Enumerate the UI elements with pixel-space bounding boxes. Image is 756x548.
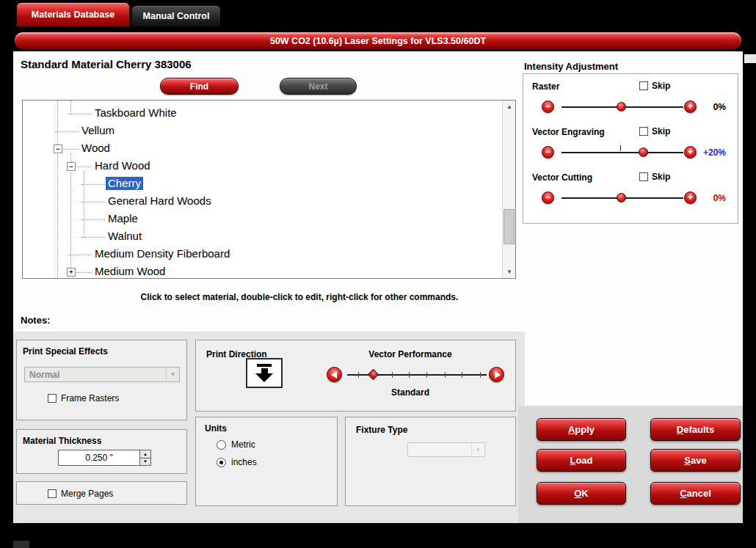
radio-circle[interactable] bbox=[217, 440, 226, 450]
row-label: Raster bbox=[532, 81, 559, 92]
next-button[interactable]: Next bbox=[280, 78, 357, 95]
collapse-icon[interactable]: − bbox=[67, 162, 76, 171]
banner-title: 50W CO2 (10.6µ) Laser Settings for VLS3.… bbox=[270, 36, 486, 46]
raster-skip-checkbox[interactable]: Skip bbox=[639, 81, 670, 91]
decrease-button[interactable]: − bbox=[542, 191, 554, 204]
tree-item[interactable]: Walnut bbox=[23, 228, 501, 246]
print-direction-down-button[interactable] bbox=[246, 358, 283, 388]
engraving-skip-checkbox[interactable]: Skip bbox=[639, 126, 670, 136]
tree-item[interactable]: Medium Density Fiberboard bbox=[23, 246, 501, 263]
slider-tick bbox=[462, 372, 462, 378]
checkbox-box[interactable] bbox=[48, 394, 57, 403]
tree-item[interactable]: − Wood bbox=[23, 140, 501, 158]
scroll-up-icon[interactable]: ▲ bbox=[503, 101, 516, 113]
slider-thumb[interactable] bbox=[617, 102, 626, 112]
raster-intensity-value: 0% bbox=[697, 102, 726, 112]
tree-item[interactable]: Taskboard White bbox=[23, 105, 501, 123]
laser-settings-banner: 50W CO2 (10.6µ) Laser Settings for VLS3.… bbox=[13, 31, 743, 51]
radio-metric[interactable]: Metric bbox=[217, 439, 255, 450]
performance-decrease-button[interactable] bbox=[327, 367, 342, 382]
button-label: Save bbox=[651, 450, 740, 471]
intensity-adjustment-title: Intensity Adjustment bbox=[524, 61, 618, 72]
tree-item[interactable]: + Medium Wood bbox=[23, 263, 501, 279]
vector-engraving-intensity-row: Vector Engraving Skip − + +20% bbox=[523, 124, 738, 169]
down-arrow-icon bbox=[261, 368, 268, 373]
slider-tick bbox=[480, 372, 481, 378]
checkbox-label: Merge Pages bbox=[61, 489, 113, 499]
checkbox-box[interactable] bbox=[639, 81, 648, 90]
tree-item-label: Medium Density Fiberboard bbox=[95, 247, 230, 260]
tree-item-selected[interactable]: Cherry bbox=[23, 175, 501, 193]
fixture-type-dropdown[interactable]: ▼ bbox=[407, 442, 485, 457]
find-button[interactable]: Find bbox=[160, 78, 239, 95]
load-button[interactable]: Load bbox=[537, 449, 626, 472]
tree-item[interactable]: − Hard Wood bbox=[23, 158, 501, 175]
frame-rasters-checkbox[interactable]: Frame Rasters bbox=[48, 393, 119, 403]
vector-performance-title: Vector Performance bbox=[322, 349, 498, 359]
performance-slider-track[interactable] bbox=[347, 374, 487, 376]
cutting-intensity-value: 0% bbox=[697, 193, 726, 203]
step-down-icon[interactable]: ▼ bbox=[140, 459, 150, 466]
tree-item[interactable]: Maple bbox=[23, 211, 501, 228]
performance-increase-button[interactable] bbox=[489, 367, 504, 382]
slider-thumb[interactable] bbox=[639, 147, 648, 157]
increase-button[interactable]: + bbox=[684, 191, 697, 204]
expand-icon[interactable]: + bbox=[67, 268, 76, 277]
defaults-button[interactable]: Defaults bbox=[650, 418, 741, 441]
apply-button[interactable]: Apply bbox=[537, 418, 626, 441]
group-title: Material Thickness bbox=[23, 436, 101, 446]
checkbox-box[interactable] bbox=[639, 127, 648, 136]
save-button[interactable]: Save bbox=[650, 449, 741, 472]
increase-button[interactable]: + bbox=[684, 101, 697, 113]
collapse-icon[interactable]: − bbox=[54, 145, 62, 153]
materials-database-panel: Standard Material Cherry 383006 Find Nex… bbox=[13, 51, 743, 523]
scroll-down-icon[interactable]: ▼ bbox=[503, 266, 516, 278]
row-label: Vector Engraving bbox=[532, 127, 605, 137]
intensity-adjustment-panel: Raster Skip − + 0% Vector Engraving Skip bbox=[523, 73, 738, 224]
checkbox-box[interactable] bbox=[639, 172, 648, 181]
slider-tick bbox=[409, 372, 410, 378]
raster-slider-track[interactable] bbox=[561, 106, 683, 108]
fixture-type-group: Fixture Type ▼ bbox=[345, 417, 516, 506]
thickness-input[interactable]: 0.250 " bbox=[58, 450, 140, 466]
tree-scrollbar[interactable]: ▲ ▼ bbox=[502, 101, 515, 278]
engraving-slider-track[interactable] bbox=[561, 152, 683, 153]
performance-slider-thumb[interactable] bbox=[368, 369, 379, 381]
tab-materials-database[interactable]: Materials Database bbox=[16, 2, 130, 27]
tree-item-label: Hard Wood bbox=[95, 159, 150, 172]
button-label: OK bbox=[537, 483, 625, 504]
checkbox-box[interactable] bbox=[48, 489, 57, 498]
cutting-skip-checkbox[interactable]: Skip bbox=[639, 172, 670, 182]
tree-connector bbox=[81, 219, 105, 220]
tree-item-label: Medium Wood bbox=[95, 265, 165, 277]
decrease-button[interactable]: − bbox=[542, 146, 554, 158]
tree-item-label: Cherry bbox=[106, 177, 143, 190]
cancel-button[interactable]: Cancel bbox=[650, 482, 741, 505]
increase-button[interactable]: + bbox=[684, 146, 697, 158]
thickness-stepper[interactable]: ▲ ▼ bbox=[140, 450, 151, 466]
tree-item[interactable]: Vellum bbox=[23, 123, 501, 140]
chevron-down-icon: ▼ bbox=[166, 368, 179, 381]
slider-thumb[interactable] bbox=[617, 193, 626, 202]
window-edge-fragment bbox=[744, 54, 756, 63]
down-arrow-icon bbox=[255, 373, 273, 382]
decrease-button[interactable]: − bbox=[542, 101, 554, 113]
cutting-slider-track[interactable] bbox=[561, 197, 683, 199]
radio-circle-selected[interactable] bbox=[217, 458, 226, 467]
step-up-icon[interactable]: ▲ bbox=[140, 450, 150, 459]
special-effects-dropdown[interactable]: Normal ▼ bbox=[24, 367, 180, 382]
tree-connector bbox=[68, 255, 92, 255]
tree-item-label: Walnut bbox=[108, 230, 142, 242]
radio-inches[interactable]: inches bbox=[217, 457, 257, 467]
tree-item[interactable]: General Hard Woods bbox=[23, 193, 501, 211]
selected-material-title: Standard Material Cherry 383006 bbox=[21, 58, 192, 70]
ok-button[interactable]: OK bbox=[537, 482, 626, 505]
default-position-tick bbox=[620, 145, 621, 151]
dropdown-value: Normal bbox=[25, 368, 166, 381]
raster-intensity-row: Raster Skip − + 0% bbox=[523, 78, 738, 124]
print-special-effects-group: Print Special Effects Normal ▼ Frame Ras… bbox=[16, 340, 187, 420]
tree-connector bbox=[81, 237, 105, 238]
tab-manual-control[interactable]: Manual Control bbox=[131, 5, 221, 27]
merge-pages-checkbox[interactable]: Merge Pages bbox=[48, 489, 113, 499]
scrollbar-thumb[interactable] bbox=[504, 209, 515, 244]
